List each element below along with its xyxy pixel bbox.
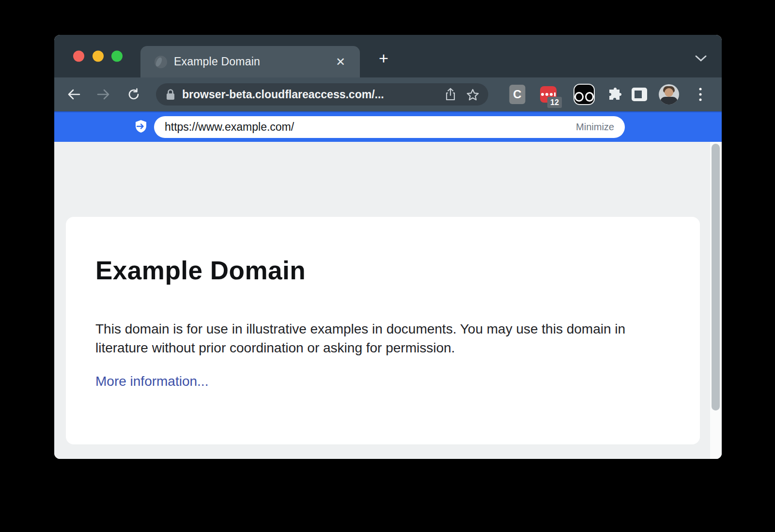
new-tab-button[interactable]: + [374,48,393,68]
chrome-menu-button[interactable] [699,88,702,101]
share-button[interactable] [443,87,458,102]
extension-count-badge: 12 [547,97,562,108]
password-dots-extension-icon [541,92,556,96]
scrollbar-track[interactable] [710,142,722,459]
toolbar: browser-beta.cloudflareaccess.com/... C … [54,77,722,111]
lock-icon [166,89,175,100]
traffic-light-zoom-button[interactable] [111,51,123,62]
lenses-extension-button[interactable] [574,84,595,105]
traffic-light-minimize-button[interactable] [93,51,104,62]
tab-strip: Example Domain ✕ + [54,35,722,77]
tab-title: Example Domain [174,55,333,68]
kebab-menu-icon [699,99,702,101]
plus-icon: + [379,49,388,68]
page-viewport: Example Domain This domain is for use in… [54,142,722,459]
password-extension-button[interactable]: 12 [540,86,557,103]
reload-button[interactable] [124,85,143,104]
extensions-menu-button[interactable] [607,87,623,102]
scrollbar-thumb[interactable] [712,144,720,410]
page-title: Example Domain [95,256,306,285]
c-extension-icon: C [513,88,521,101]
bookmark-button[interactable] [465,87,480,102]
example-domain-card: Example Domain This domain is for use in… [66,217,700,444]
profile-avatar[interactable] [659,84,679,105]
puzzle-extensions-icon [607,87,623,102]
chevron-down-icon [695,55,707,62]
camera-lenses-extension-icon [585,92,594,102]
star-icon [466,89,479,101]
avatar-face [665,88,673,97]
back-button[interactable] [64,85,83,104]
kebab-menu-icon [699,88,702,91]
back-arrow-icon [67,89,80,100]
screenshot-stage: Example Domain ✕ + browser-b [0,0,775,532]
page-paragraph: This domain is for use in illustrative e… [95,319,672,357]
tab-close-icon[interactable]: ✕ [333,54,348,70]
browser-window: Example Domain ✕ + browser-b [54,35,722,459]
remote-url-bar[interactable]: https://www.example.com/ Minimize [154,116,625,138]
c-extension-button[interactable]: C [510,85,526,104]
kebab-menu-icon [699,93,702,96]
shield-arrow-icon [134,119,148,134]
camera-lenses-extension-icon [574,92,584,102]
forward-arrow-icon [97,89,110,100]
traffic-light-close-button[interactable] [73,51,84,62]
more-information-link[interactable]: More information... [95,374,208,389]
address-bar[interactable]: browser-beta.cloudflareaccess.com/... [156,83,488,106]
forward-button[interactable] [94,85,113,104]
minimize-button[interactable]: Minimize [576,122,614,133]
reload-icon [127,88,140,101]
remote-url-text: https://www.example.com/ [165,121,576,134]
url-text: browser-beta.cloudflareaccess.com/... [182,88,443,101]
avatar-body [660,97,678,105]
globe-favicon-icon [155,56,167,68]
share-icon [445,88,456,101]
tab-example-domain[interactable]: Example Domain ✕ [140,46,360,77]
side-panel-button[interactable] [632,88,647,101]
tab-search-button[interactable] [692,49,710,68]
cloudflare-access-bar: https://www.example.com/ Minimize [54,111,722,142]
